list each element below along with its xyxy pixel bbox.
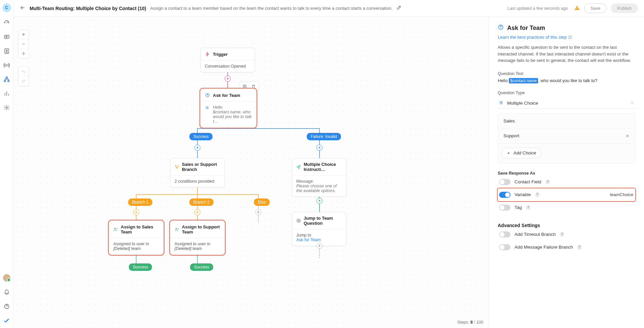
add-after-branch2[interactable]: +	[194, 209, 200, 215]
node-title: Ask for Team	[213, 93, 240, 98]
node-title: Trigger	[213, 52, 228, 57]
last-updated: Last updated a few seconds ago	[507, 6, 568, 11]
svg-rect-10	[577, 9, 577, 9]
add-after-else[interactable]: +	[255, 209, 261, 215]
question-text-label: Question Text	[498, 71, 635, 76]
question-type-label: Question Type	[498, 90, 635, 95]
save-as-variable: Variable ? teamChoice	[498, 188, 635, 201]
help-icon[interactable]	[3, 303, 10, 310]
panel-description: Allows a specific question to be sent to…	[498, 44, 635, 64]
svg-rect-13	[243, 85, 245, 87]
question-type-value: Multiple Choice	[507, 101, 538, 106]
toggle-contact-field[interactable]	[499, 179, 510, 185]
node-assign-sales[interactable]: Assign to Sales Team Assigned to user in…	[109, 221, 163, 255]
node-body: Assigned to user in [Deleted] team	[171, 238, 224, 254]
jump-label: Jump to	[296, 233, 342, 238]
publish-button[interactable]: Publish	[611, 3, 638, 13]
panel-heading: Ask for Team	[498, 24, 635, 32]
node-body: Assigned to user in [Deleted] team	[109, 238, 163, 254]
toggle-msg-failure-branch[interactable]	[499, 244, 510, 250]
node-jump[interactable]: Jump to Team Question Jump toAsk for Tea…	[292, 212, 346, 246]
node-title: Jump to Team Question	[304, 216, 342, 226]
add-after-mc[interactable]: +	[316, 198, 323, 204]
properties-panel: Ask for Team Learn the best practices of…	[489, 17, 644, 328]
workflows-icon[interactable]	[3, 76, 10, 83]
contacts-icon[interactable]	[3, 48, 10, 54]
branch-else-pill[interactable]: Else	[254, 198, 270, 206]
node-body: Hello $contact.name, who would you like …	[213, 105, 252, 124]
advanced-timeout-branch: Add Timeout Branch ?	[498, 228, 635, 241]
add-after-failure[interactable]: +	[316, 145, 323, 151]
save-button[interactable]: Save	[584, 3, 607, 13]
question-icon	[205, 93, 210, 98]
remove-choice-icon[interactable]: ✕	[626, 133, 630, 139]
help-icon[interactable]: ?	[577, 245, 582, 250]
messages-icon[interactable]	[3, 34, 10, 40]
success-pill-support: Success	[190, 263, 213, 271]
node-title: Assign to Support Team	[182, 224, 220, 234]
help-icon[interactable]: ?	[545, 180, 550, 184]
choice-list: Sales Support✕ ＋Add Choice	[498, 113, 635, 163]
list-icon	[205, 105, 210, 110]
jump-icon	[296, 218, 301, 223]
add-after-branch1[interactable]: +	[133, 209, 139, 215]
edit-title-icon[interactable]	[396, 5, 402, 11]
variable-name[interactable]: teamChoice	[610, 192, 633, 197]
node-title: Multiple Choice Instructi…	[304, 162, 342, 172]
add-after-success[interactable]: +	[194, 145, 200, 151]
plus-icon: ＋	[506, 150, 511, 156]
topbar: Multi-Team Routing: Multiple Choice by C…	[13, 0, 644, 17]
help-icon[interactable]: ?	[560, 232, 564, 237]
brand-logo-icon	[3, 317, 10, 324]
node-sales-support-branch[interactable]: Sales or Support Branch 2 conditions pro…	[170, 158, 225, 187]
toggle-variable[interactable]	[499, 192, 510, 198]
node-trigger[interactable]: Trigger Conversation Opened	[200, 48, 255, 72]
choice-item[interactable]: Support✕	[498, 129, 635, 144]
success-pill-sales: Success	[129, 263, 152, 271]
question-text-preview[interactable]: Hello $contact.name, who would you like …	[498, 78, 635, 83]
back-button[interactable]	[20, 5, 26, 12]
add-step-after-trigger[interactable]: +	[225, 76, 231, 82]
warning-icon[interactable]	[574, 5, 580, 12]
node-assign-support[interactable]: Assign to Support Team Assigned to user …	[170, 221, 225, 255]
save-as-tag: Tag ?	[498, 201, 635, 214]
chevron-down-icon	[630, 100, 635, 106]
list-icon	[498, 100, 504, 106]
reports-icon[interactable]	[3, 90, 10, 97]
jump-target[interactable]: Ask for Team	[296, 238, 342, 242]
message-body: Please choose one of the available optio…	[296, 184, 342, 193]
add-choice-button[interactable]: ＋Add Choice	[501, 148, 541, 158]
help-icon[interactable]: ?	[526, 205, 531, 210]
variable-token[interactable]: $contact.name	[509, 78, 538, 83]
send-icon	[296, 164, 301, 170]
dashboard-icon[interactable]	[3, 20, 10, 26]
learn-link[interactable]: Learn the best practices of this step	[498, 35, 572, 40]
help-icon[interactable]: ?	[535, 192, 540, 197]
choice-item[interactable]: Sales	[498, 114, 635, 129]
node-title: Assign to Sales Team	[121, 224, 159, 234]
node-ask-for-team[interactable]: Ask for Team Hello $contact.name, who wo…	[200, 89, 256, 127]
svg-rect-0	[4, 35, 9, 38]
assign-icon	[113, 227, 118, 232]
assign-icon	[175, 227, 179, 232]
message-label: Message:	[296, 179, 342, 184]
toggle-tag[interactable]	[499, 205, 510, 211]
toggle-timeout-branch[interactable]	[499, 231, 510, 238]
advanced-settings-heading: Advanced Settings	[498, 223, 635, 228]
broadcast-icon[interactable]	[3, 62, 10, 69]
question-type-select[interactable]: Multiple Choice	[498, 98, 635, 109]
workspace-avatar[interactable]: C	[2, 3, 11, 12]
svg-point-18	[115, 228, 116, 229]
branch1-pill[interactable]: Branch 1	[128, 198, 152, 206]
svg-point-3	[6, 65, 7, 66]
branch-success-pill[interactable]: Success	[189, 133, 213, 140]
page-title: Multi-Team Routing: Multiple Choice by C…	[30, 6, 146, 11]
user-avatar[interactable]	[3, 274, 10, 282]
add-after-jump[interactable]: +	[316, 243, 323, 249]
branch-failure-pill[interactable]: Failure: Invalid	[307, 133, 341, 140]
branch2-pill[interactable]: Branch 2	[189, 198, 214, 206]
notifications-icon[interactable]	[3, 289, 10, 296]
node-mc-instructions[interactable]: Multiple Choice Instructi… Message:Pleas…	[292, 158, 346, 197]
workflow-canvas[interactable]: ＋ － Trigger Conversation Opened +	[13, 17, 489, 328]
settings-icon[interactable]	[3, 104, 10, 111]
